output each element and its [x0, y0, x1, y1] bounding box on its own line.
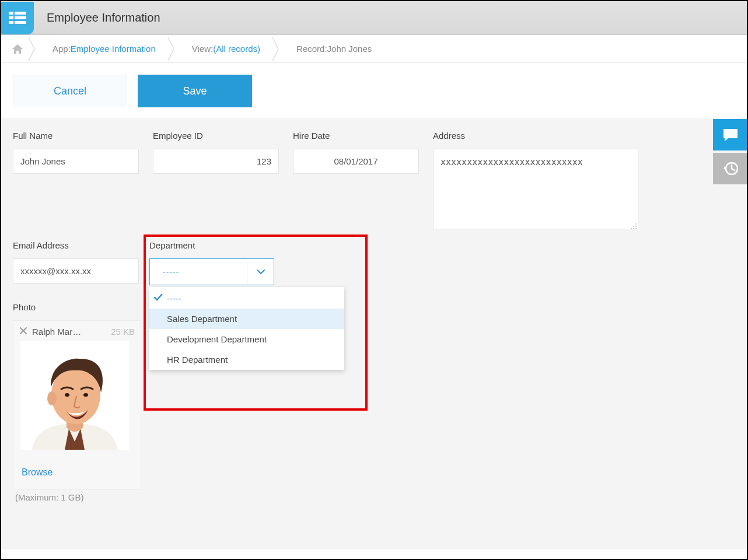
svg-point-7: [635, 223, 637, 225]
department-option-label: Sales Department: [167, 314, 237, 324]
breadcrumb-record-name: John Jones: [327, 44, 372, 54]
photo-thumbnail[interactable]: [20, 341, 129, 450]
breadcrumb-app-link[interactable]: Employee Information: [71, 44, 156, 54]
department-dropdown-menu: ----- Sales Department Development Depar…: [149, 287, 344, 370]
chevron-right-icon: [167, 35, 176, 63]
breadcrumb-record-prefix: Record:: [296, 44, 327, 54]
breadcrumb-app[interactable]: App: Employee Information: [36, 35, 167, 63]
home-icon[interactable]: [9, 41, 26, 57]
email-input[interactable]: [13, 258, 139, 284]
hire-date-field: Hire Date: [293, 131, 419, 174]
department-field: Department ----- ----- Sales Department …: [149, 240, 274, 285]
department-option-hr[interactable]: HR Department: [149, 349, 344, 370]
browse-button-label: Browse: [22, 467, 53, 477]
history-icon: [722, 160, 739, 177]
svg-point-12: [631, 228, 632, 229]
photo-filename[interactable]: Ralph Mar…: [32, 327, 88, 337]
svg-rect-3: [15, 16, 26, 19]
breadcrumb-view-link[interactable]: (All records): [213, 44, 260, 54]
svg-rect-2: [9, 16, 13, 19]
photo-max-size: (Maximum: 1 GB): [13, 490, 141, 502]
photo-card: Ralph Mar… 25 KB: [13, 320, 141, 490]
photo-label: Photo: [13, 302, 141, 312]
svg-point-17: [83, 393, 88, 397]
browse-button[interactable]: Browse: [13, 450, 141, 482]
full-name-label: Full Name: [13, 131, 139, 141]
remove-photo-button[interactable]: [19, 327, 27, 337]
save-button[interactable]: Save: [138, 75, 252, 107]
side-tabs: [713, 119, 748, 184]
address-label: Address: [433, 131, 638, 141]
svg-rect-5: [15, 21, 26, 24]
page-title: Employee Information: [47, 11, 160, 24]
resize-handle-icon[interactable]: [630, 223, 637, 230]
cancel-button-label: Cancel: [54, 85, 86, 97]
address-field: Address: [433, 131, 638, 231]
chevron-right-icon: [272, 35, 280, 63]
department-select[interactable]: -----: [149, 258, 274, 285]
breadcrumb-view[interactable]: View: (All records): [176, 35, 272, 63]
employee-id-field: Employee ID: [153, 131, 279, 174]
photo-field: Photo Ralph Mar… 25 KB: [13, 302, 141, 502]
breadcrumb-app-prefix: App:: [53, 44, 71, 54]
svg-point-8: [635, 226, 637, 227]
history-tab[interactable]: [713, 153, 748, 184]
svg-point-10: [635, 228, 637, 229]
full-name-field: Full Name: [13, 131, 139, 174]
department-label: Department: [149, 240, 274, 250]
breadcrumb: App: Employee Information View: (All rec…: [1, 35, 747, 63]
list-icon: [9, 10, 26, 26]
close-icon: [19, 327, 27, 335]
department-option-label: -----: [167, 293, 181, 303]
department-option-label: Development Department: [167, 334, 267, 344]
email-field: Email Address: [13, 240, 139, 284]
comment-icon: [722, 128, 739, 142]
hire-date-label: Hire Date: [293, 131, 419, 141]
address-input[interactable]: [433, 149, 638, 229]
chevron-right-icon: [28, 35, 36, 63]
cancel-button[interactable]: Cancel: [13, 75, 127, 107]
full-name-input[interactable]: [13, 149, 139, 174]
avatar-image: [20, 341, 129, 450]
check-icon: [153, 293, 163, 304]
department-option-label: HR Department: [167, 355, 228, 365]
department-option-development[interactable]: Development Department: [149, 329, 344, 349]
header-bar: Employee Information: [1, 1, 747, 35]
svg-point-16: [65, 393, 69, 397]
svg-rect-1: [15, 12, 26, 15]
breadcrumb-view-prefix: View:: [192, 44, 213, 54]
department-selected-value: -----: [163, 267, 179, 276]
action-bar: Cancel Save: [1, 63, 747, 118]
breadcrumb-record: Record: John Jones: [280, 35, 383, 63]
comments-tab[interactable]: [713, 119, 748, 150]
svg-rect-4: [9, 21, 13, 24]
photo-filesize: 25 KB: [111, 327, 135, 337]
svg-point-11: [633, 228, 634, 229]
svg-point-9: [633, 226, 634, 227]
svg-point-15: [47, 391, 57, 405]
department-option-none[interactable]: -----: [149, 288, 344, 309]
form-area: Full Name Employee ID Hire Date Address: [1, 118, 747, 550]
department-option-sales[interactable]: Sales Department: [149, 309, 344, 329]
app-icon[interactable]: [1, 2, 34, 34]
email-label: Email Address: [13, 240, 139, 250]
employee-id-label: Employee ID: [153, 131, 279, 141]
hire-date-input[interactable]: [293, 149, 419, 174]
employee-id-input[interactable]: [153, 149, 279, 174]
save-button-label: Save: [183, 85, 207, 97]
chevron-down-icon: [247, 259, 274, 285]
svg-rect-0: [9, 12, 13, 15]
